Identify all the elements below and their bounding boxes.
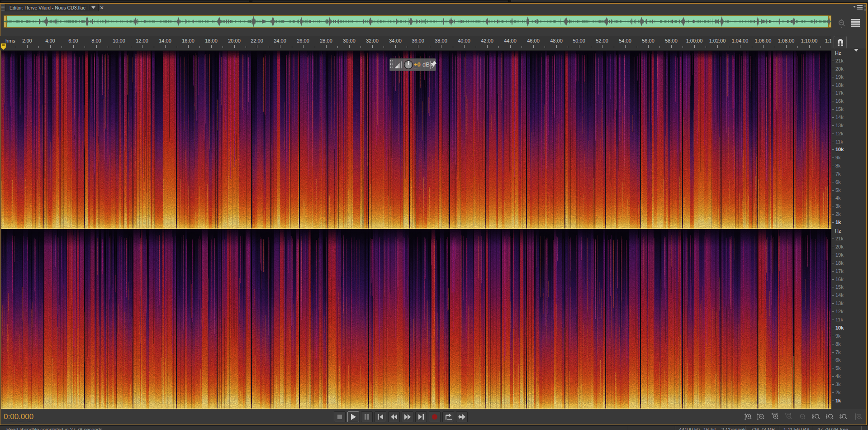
svg-text:4:00: 4:00 bbox=[45, 38, 55, 43]
svg-text:22:00: 22:00 bbox=[251, 38, 263, 43]
svg-text:10k: 10k bbox=[835, 325, 844, 330]
svg-text:1k: 1k bbox=[835, 220, 841, 225]
svg-text:52:00: 52:00 bbox=[596, 38, 608, 43]
svg-text:9k: 9k bbox=[835, 333, 841, 339]
svg-text:16k: 16k bbox=[835, 98, 844, 104]
svg-text:7k: 7k bbox=[835, 171, 841, 177]
svg-text:11k: 11k bbox=[835, 317, 843, 322]
svg-text:56:00: 56:00 bbox=[642, 38, 655, 43]
svg-text:26:00: 26:00 bbox=[297, 38, 309, 43]
svg-text:42:00: 42:00 bbox=[481, 38, 493, 43]
svg-text:3k: 3k bbox=[835, 382, 841, 387]
svg-text:19k: 19k bbox=[835, 252, 844, 258]
svg-text:1:06:00: 1:06:00 bbox=[755, 38, 772, 43]
svg-text:10k: 10k bbox=[835, 147, 844, 152]
svg-text:2k: 2k bbox=[835, 390, 841, 395]
svg-text:17k: 17k bbox=[835, 268, 844, 274]
svg-text:20k: 20k bbox=[835, 244, 844, 249]
svg-text:48:00: 48:00 bbox=[550, 38, 563, 43]
svg-text:14:00: 14:00 bbox=[159, 38, 171, 43]
svg-text:9k: 9k bbox=[835, 155, 841, 160]
svg-text:16:00: 16:00 bbox=[182, 38, 194, 43]
svg-text:1k: 1k bbox=[835, 398, 841, 403]
svg-text:46:00: 46:00 bbox=[527, 38, 540, 43]
svg-text:19k: 19k bbox=[835, 74, 844, 80]
svg-text:18k: 18k bbox=[835, 82, 844, 88]
svg-text:28:00: 28:00 bbox=[320, 38, 332, 43]
svg-text:58:00: 58:00 bbox=[665, 38, 678, 43]
svg-text:11k: 11k bbox=[835, 139, 843, 144]
svg-text:6:00: 6:00 bbox=[68, 38, 78, 43]
svg-text:1:02:00: 1:02:00 bbox=[709, 38, 726, 43]
svg-text:2k: 2k bbox=[835, 211, 841, 217]
svg-text:Hz: Hz bbox=[835, 228, 841, 234]
svg-text:1:00:00: 1:00:00 bbox=[686, 38, 703, 43]
svg-text:6k: 6k bbox=[835, 357, 841, 363]
svg-text:10:00: 10:00 bbox=[113, 38, 125, 43]
svg-text:50:00: 50:00 bbox=[573, 38, 585, 43]
svg-text:32:00: 32:00 bbox=[366, 38, 379, 43]
svg-text:15k: 15k bbox=[835, 284, 844, 290]
svg-text:36:00: 36:00 bbox=[412, 38, 424, 43]
svg-text:17k: 17k bbox=[835, 90, 844, 96]
svg-text:18:00: 18:00 bbox=[205, 38, 218, 43]
svg-text:13k: 13k bbox=[835, 301, 844, 306]
svg-text:1:10:00: 1:10:00 bbox=[801, 38, 818, 43]
svg-text:14k: 14k bbox=[835, 292, 844, 298]
svg-text:21k: 21k bbox=[835, 236, 844, 241]
svg-text:4k: 4k bbox=[835, 195, 841, 201]
svg-text:4k: 4k bbox=[835, 373, 841, 379]
svg-text:21k: 21k bbox=[835, 58, 844, 63]
svg-text:7k: 7k bbox=[835, 349, 841, 355]
svg-text:Hz: Hz bbox=[835, 50, 841, 56]
svg-text:12:00: 12:00 bbox=[136, 38, 148, 43]
svg-text:5k: 5k bbox=[835, 187, 841, 193]
svg-text:44:00: 44:00 bbox=[504, 38, 517, 43]
svg-text:12k: 12k bbox=[835, 309, 844, 314]
svg-text:24:00: 24:00 bbox=[274, 38, 286, 43]
svg-text:5k: 5k bbox=[835, 365, 841, 371]
svg-text:16k: 16k bbox=[835, 277, 844, 282]
svg-text:13k: 13k bbox=[835, 123, 844, 128]
svg-text:8k: 8k bbox=[835, 163, 841, 168]
svg-text:8k: 8k bbox=[835, 341, 841, 347]
svg-text:34:00: 34:00 bbox=[389, 38, 402, 43]
svg-text:1:1: 1:1 bbox=[825, 38, 831, 43]
svg-text:1:04:00: 1:04:00 bbox=[732, 38, 749, 43]
svg-text:2:00: 2:00 bbox=[22, 38, 32, 43]
svg-text:30:00: 30:00 bbox=[343, 38, 356, 43]
svg-text:20:00: 20:00 bbox=[228, 38, 241, 43]
svg-text:54:00: 54:00 bbox=[619, 38, 631, 43]
svg-text:20k: 20k bbox=[835, 66, 844, 72]
svg-text:14k: 14k bbox=[835, 115, 844, 120]
svg-text:1:08:00: 1:08:00 bbox=[778, 38, 795, 43]
svg-text:6k: 6k bbox=[835, 179, 841, 185]
svg-text:12k: 12k bbox=[835, 131, 844, 136]
svg-text:38:00: 38:00 bbox=[435, 38, 447, 43]
svg-text:18k: 18k bbox=[835, 260, 844, 266]
svg-text:hms: hms bbox=[5, 38, 15, 43]
svg-text:40:00: 40:00 bbox=[458, 38, 470, 43]
svg-text:15k: 15k bbox=[835, 106, 844, 112]
svg-text:3k: 3k bbox=[835, 203, 841, 209]
svg-text:8:00: 8:00 bbox=[91, 38, 101, 43]
